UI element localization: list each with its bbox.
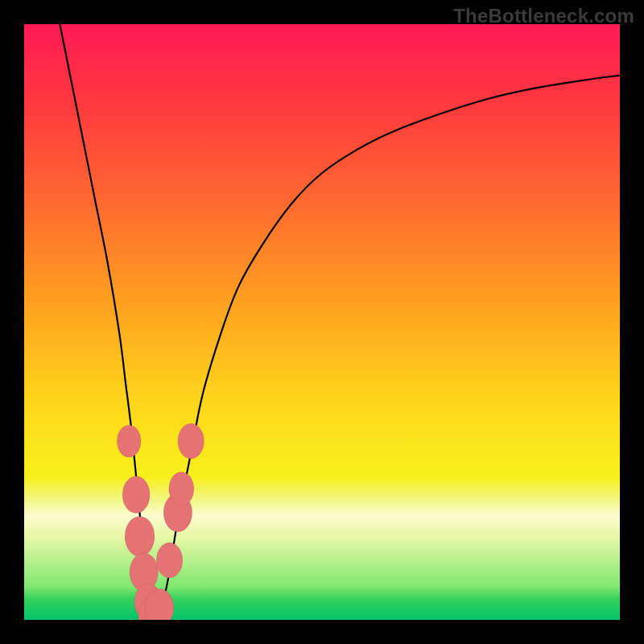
data-marker xyxy=(169,472,194,506)
plot-area xyxy=(24,24,620,620)
curve-layer xyxy=(24,24,620,620)
data-marker xyxy=(122,477,150,514)
marker-group xyxy=(117,423,204,620)
data-marker xyxy=(125,516,155,556)
chart-frame: TheBottleneck.com xyxy=(0,0,644,644)
data-marker xyxy=(156,543,183,578)
data-marker xyxy=(117,425,141,457)
watermark-text: TheBottleneck.com xyxy=(453,5,634,27)
data-marker xyxy=(178,423,204,459)
